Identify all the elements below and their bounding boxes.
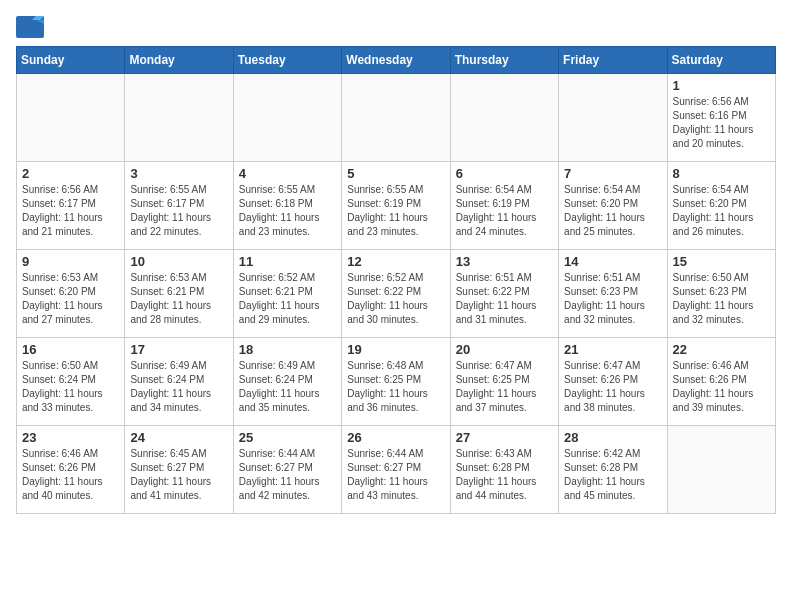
calendar-cell: 20Sunrise: 6:47 AM Sunset: 6:25 PM Dayli… [450,338,558,426]
calendar-cell: 1Sunrise: 6:56 AM Sunset: 6:16 PM Daylig… [667,74,775,162]
week-row-1: 2Sunrise: 6:56 AM Sunset: 6:17 PM Daylig… [17,162,776,250]
day-info: Sunrise: 6:47 AM Sunset: 6:25 PM Dayligh… [456,359,553,415]
day-info: Sunrise: 6:44 AM Sunset: 6:27 PM Dayligh… [347,447,444,503]
calendar-cell [125,74,233,162]
day-number: 11 [239,254,336,269]
page-header [16,16,776,38]
day-info: Sunrise: 6:46 AM Sunset: 6:26 PM Dayligh… [22,447,119,503]
day-number: 18 [239,342,336,357]
day-info: Sunrise: 6:46 AM Sunset: 6:26 PM Dayligh… [673,359,770,415]
day-info: Sunrise: 6:54 AM Sunset: 6:20 PM Dayligh… [673,183,770,239]
week-row-4: 23Sunrise: 6:46 AM Sunset: 6:26 PM Dayli… [17,426,776,514]
day-number: 4 [239,166,336,181]
day-number: 28 [564,430,661,445]
day-number: 20 [456,342,553,357]
day-info: Sunrise: 6:54 AM Sunset: 6:20 PM Dayligh… [564,183,661,239]
header-thursday: Thursday [450,47,558,74]
day-info: Sunrise: 6:51 AM Sunset: 6:22 PM Dayligh… [456,271,553,327]
header-wednesday: Wednesday [342,47,450,74]
calendar-table: SundayMondayTuesdayWednesdayThursdayFrid… [16,46,776,514]
day-number: 10 [130,254,227,269]
calendar-cell [667,426,775,514]
calendar-cell: 3Sunrise: 6:55 AM Sunset: 6:17 PM Daylig… [125,162,233,250]
header-friday: Friday [559,47,667,74]
day-info: Sunrise: 6:49 AM Sunset: 6:24 PM Dayligh… [239,359,336,415]
day-info: Sunrise: 6:53 AM Sunset: 6:20 PM Dayligh… [22,271,119,327]
day-number: 16 [22,342,119,357]
day-number: 7 [564,166,661,181]
day-number: 2 [22,166,119,181]
day-info: Sunrise: 6:53 AM Sunset: 6:21 PM Dayligh… [130,271,227,327]
calendar-cell [450,74,558,162]
calendar-cell: 22Sunrise: 6:46 AM Sunset: 6:26 PM Dayli… [667,338,775,426]
calendar-cell: 17Sunrise: 6:49 AM Sunset: 6:24 PM Dayli… [125,338,233,426]
day-number: 22 [673,342,770,357]
day-number: 3 [130,166,227,181]
calendar-cell [17,74,125,162]
logo [16,16,48,38]
day-number: 26 [347,430,444,445]
calendar-cell: 10Sunrise: 6:53 AM Sunset: 6:21 PM Dayli… [125,250,233,338]
calendar-cell: 25Sunrise: 6:44 AM Sunset: 6:27 PM Dayli… [233,426,341,514]
calendar-cell: 21Sunrise: 6:47 AM Sunset: 6:26 PM Dayli… [559,338,667,426]
calendar-cell: 23Sunrise: 6:46 AM Sunset: 6:26 PM Dayli… [17,426,125,514]
day-number: 17 [130,342,227,357]
day-number: 24 [130,430,227,445]
header-tuesday: Tuesday [233,47,341,74]
calendar-cell [233,74,341,162]
calendar-cell [559,74,667,162]
header-monday: Monday [125,47,233,74]
day-info: Sunrise: 6:44 AM Sunset: 6:27 PM Dayligh… [239,447,336,503]
day-number: 9 [22,254,119,269]
week-row-2: 9Sunrise: 6:53 AM Sunset: 6:20 PM Daylig… [17,250,776,338]
day-info: Sunrise: 6:55 AM Sunset: 6:19 PM Dayligh… [347,183,444,239]
day-info: Sunrise: 6:52 AM Sunset: 6:21 PM Dayligh… [239,271,336,327]
day-number: 23 [22,430,119,445]
day-info: Sunrise: 6:47 AM Sunset: 6:26 PM Dayligh… [564,359,661,415]
calendar-cell: 13Sunrise: 6:51 AM Sunset: 6:22 PM Dayli… [450,250,558,338]
day-info: Sunrise: 6:55 AM Sunset: 6:18 PM Dayligh… [239,183,336,239]
day-info: Sunrise: 6:50 AM Sunset: 6:24 PM Dayligh… [22,359,119,415]
calendar-cell: 24Sunrise: 6:45 AM Sunset: 6:27 PM Dayli… [125,426,233,514]
day-info: Sunrise: 6:48 AM Sunset: 6:25 PM Dayligh… [347,359,444,415]
calendar-cell: 18Sunrise: 6:49 AM Sunset: 6:24 PM Dayli… [233,338,341,426]
calendar-cell: 4Sunrise: 6:55 AM Sunset: 6:18 PM Daylig… [233,162,341,250]
day-info: Sunrise: 6:49 AM Sunset: 6:24 PM Dayligh… [130,359,227,415]
calendar-cell: 26Sunrise: 6:44 AM Sunset: 6:27 PM Dayli… [342,426,450,514]
day-info: Sunrise: 6:56 AM Sunset: 6:17 PM Dayligh… [22,183,119,239]
day-number: 1 [673,78,770,93]
calendar-cell: 14Sunrise: 6:51 AM Sunset: 6:23 PM Dayli… [559,250,667,338]
calendar-cell: 19Sunrise: 6:48 AM Sunset: 6:25 PM Dayli… [342,338,450,426]
calendar-cell: 11Sunrise: 6:52 AM Sunset: 6:21 PM Dayli… [233,250,341,338]
calendar-cell: 7Sunrise: 6:54 AM Sunset: 6:20 PM Daylig… [559,162,667,250]
day-number: 12 [347,254,444,269]
day-number: 13 [456,254,553,269]
logo-icon [16,16,44,38]
day-number: 15 [673,254,770,269]
calendar-cell: 8Sunrise: 6:54 AM Sunset: 6:20 PM Daylig… [667,162,775,250]
day-number: 8 [673,166,770,181]
day-info: Sunrise: 6:51 AM Sunset: 6:23 PM Dayligh… [564,271,661,327]
calendar-cell: 16Sunrise: 6:50 AM Sunset: 6:24 PM Dayli… [17,338,125,426]
header-sunday: Sunday [17,47,125,74]
header-saturday: Saturday [667,47,775,74]
calendar-cell: 6Sunrise: 6:54 AM Sunset: 6:19 PM Daylig… [450,162,558,250]
day-info: Sunrise: 6:54 AM Sunset: 6:19 PM Dayligh… [456,183,553,239]
calendar-cell: 5Sunrise: 6:55 AM Sunset: 6:19 PM Daylig… [342,162,450,250]
calendar-cell: 28Sunrise: 6:42 AM Sunset: 6:28 PM Dayli… [559,426,667,514]
week-row-3: 16Sunrise: 6:50 AM Sunset: 6:24 PM Dayli… [17,338,776,426]
calendar-cell: 2Sunrise: 6:56 AM Sunset: 6:17 PM Daylig… [17,162,125,250]
calendar-cell: 15Sunrise: 6:50 AM Sunset: 6:23 PM Dayli… [667,250,775,338]
week-row-0: 1Sunrise: 6:56 AM Sunset: 6:16 PM Daylig… [17,74,776,162]
days-header-row: SundayMondayTuesdayWednesdayThursdayFrid… [17,47,776,74]
day-info: Sunrise: 6:55 AM Sunset: 6:17 PM Dayligh… [130,183,227,239]
day-info: Sunrise: 6:50 AM Sunset: 6:23 PM Dayligh… [673,271,770,327]
calendar-cell: 9Sunrise: 6:53 AM Sunset: 6:20 PM Daylig… [17,250,125,338]
day-number: 6 [456,166,553,181]
day-info: Sunrise: 6:56 AM Sunset: 6:16 PM Dayligh… [673,95,770,151]
day-number: 5 [347,166,444,181]
day-info: Sunrise: 6:45 AM Sunset: 6:27 PM Dayligh… [130,447,227,503]
calendar-cell: 27Sunrise: 6:43 AM Sunset: 6:28 PM Dayli… [450,426,558,514]
day-number: 19 [347,342,444,357]
day-number: 21 [564,342,661,357]
